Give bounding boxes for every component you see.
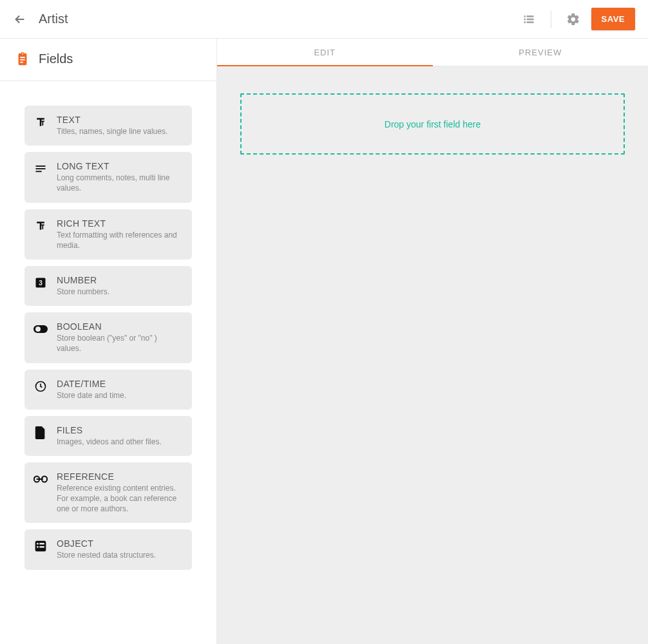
sidebar-title: Fields bbox=[39, 52, 73, 66]
dropzone[interactable]: Drop your first field here bbox=[240, 93, 625, 155]
field-name: TEXT bbox=[57, 115, 183, 125]
svg-rect-6 bbox=[36, 166, 46, 167]
field-desc: Long comments, notes, multi line values. bbox=[57, 173, 183, 193]
svg-rect-5 bbox=[526, 21, 533, 23]
sidebar: Fields TEXT Titles, names, single line v… bbox=[0, 39, 217, 644]
field-type-boolean[interactable]: BOOLEAN Store boolean ("yes" or "no" ) v… bbox=[24, 312, 192, 363]
field-name: NUMBER bbox=[57, 275, 183, 285]
field-list: TEXT Titles, names, single line values. … bbox=[0, 81, 216, 583]
file-icon bbox=[33, 426, 48, 440]
svg-rect-18 bbox=[39, 543, 44, 545]
svg-rect-7 bbox=[36, 168, 46, 169]
list-view-icon[interactable] bbox=[516, 6, 542, 32]
field-name: RICH TEXT bbox=[57, 218, 183, 229]
field-type-files[interactable]: FILES Images, videos and other files. bbox=[24, 416, 192, 456]
boolean-icon bbox=[33, 322, 48, 336]
field-type-object[interactable]: OBJECT Store nested data structures. bbox=[24, 529, 192, 569]
svg-rect-2 bbox=[524, 18, 526, 20]
field-type-richtext[interactable]: RICH TEXT Text formatting with reference… bbox=[24, 209, 192, 260]
field-type-text[interactable]: TEXT Titles, names, single line values. bbox=[24, 106, 192, 146]
field-name: REFERENCE bbox=[57, 471, 183, 482]
tab-edit[interactable]: EDIT bbox=[217, 39, 433, 66]
field-desc: Store numbers. bbox=[57, 287, 183, 297]
field-name: DATE/TIME bbox=[57, 379, 183, 389]
svg-rect-3 bbox=[526, 18, 533, 20]
text-icon bbox=[33, 115, 48, 129]
longtext-icon bbox=[33, 162, 48, 176]
save-button[interactable]: SAVE bbox=[591, 8, 635, 30]
field-type-datetime[interactable]: DATE/TIME Store date and time. bbox=[24, 370, 192, 410]
svg-rect-17 bbox=[37, 543, 39, 545]
tab-preview[interactable]: PREVIEW bbox=[433, 39, 649, 66]
svg-text:3: 3 bbox=[39, 279, 43, 287]
richtext-icon bbox=[33, 219, 48, 233]
svg-rect-1 bbox=[526, 15, 533, 17]
field-desc: Store nested data structures. bbox=[57, 550, 183, 560]
svg-rect-4 bbox=[524, 21, 526, 23]
tabs: EDIT PREVIEW bbox=[217, 39, 648, 66]
clock-icon bbox=[33, 379, 48, 393]
field-desc: Titles, names, single line values. bbox=[57, 126, 183, 137]
back-arrow-icon[interactable] bbox=[13, 12, 27, 26]
number-icon: 3 bbox=[33, 276, 48, 290]
dropzone-placeholder: Drop your first field here bbox=[385, 119, 481, 129]
svg-rect-19 bbox=[37, 546, 39, 548]
svg-rect-20 bbox=[39, 546, 44, 548]
main-panel: EDIT PREVIEW Drop your first field here bbox=[217, 39, 648, 644]
field-desc: Text formatting with references and medi… bbox=[57, 230, 183, 251]
gear-icon[interactable] bbox=[560, 6, 586, 32]
field-desc: Store date and time. bbox=[57, 390, 183, 401]
field-desc: Store boolean ("yes" or "no" ) values. bbox=[57, 333, 183, 354]
link-icon bbox=[33, 472, 48, 486]
field-name: BOOLEAN bbox=[57, 321, 183, 332]
svg-rect-8 bbox=[36, 171, 42, 173]
field-name: LONG TEXT bbox=[57, 161, 183, 171]
field-type-longtext[interactable]: LONG TEXT Long comments, notes, multi li… bbox=[24, 152, 192, 202]
field-desc: Reference existing content entries. For … bbox=[57, 483, 183, 515]
page-title: Artist bbox=[39, 12, 516, 26]
object-icon bbox=[33, 539, 48, 553]
divider bbox=[551, 10, 551, 28]
field-name: FILES bbox=[57, 425, 183, 435]
clipboard-icon bbox=[15, 52, 30, 66]
field-desc: Images, videos and other files. bbox=[57, 437, 183, 447]
svg-point-12 bbox=[35, 327, 41, 332]
field-type-reference[interactable]: REFERENCE Reference existing content ent… bbox=[24, 462, 192, 524]
field-type-number[interactable]: 3 NUMBER Store numbers. bbox=[24, 266, 192, 306]
field-name: OBJECT bbox=[57, 538, 183, 549]
svg-rect-0 bbox=[524, 15, 526, 17]
